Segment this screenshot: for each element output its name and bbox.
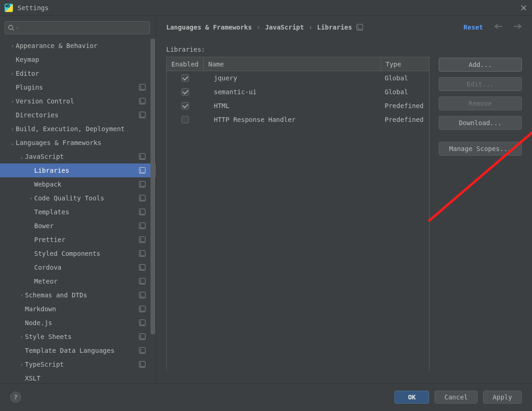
tree-item-label: JavaScript xyxy=(25,153,139,160)
svg-point-0 xyxy=(9,25,13,30)
table-row[interactable]: HTTP Response HandlerPredefined xyxy=(167,113,429,127)
project-scope-icon xyxy=(139,333,145,340)
col-name[interactable]: Name xyxy=(204,57,381,71)
tree-item[interactable]: Node.js xyxy=(0,316,156,330)
dialog-footer: ? OK Cancel Apply xyxy=(0,383,532,410)
add-button[interactable]: Add... xyxy=(439,58,522,72)
breadcrumb: Languages & Frameworks › JavaScript › Li… xyxy=(166,23,522,31)
edit-button[interactable]: Edit... xyxy=(439,77,522,91)
chevron-right-icon: › xyxy=(18,362,25,367)
enabled-checkbox[interactable] xyxy=(181,116,189,123)
tree-item-label: Styled Components xyxy=(34,250,139,257)
back-icon[interactable] xyxy=(494,23,502,31)
project-scope-icon xyxy=(139,292,145,298)
breadcrumb-segment: Libraries xyxy=(317,24,352,31)
libraries-table: Enabled Name Type jqueryGlobalsemantic-u… xyxy=(166,57,429,371)
tree-item-label: Directories xyxy=(16,111,139,119)
tree-item[interactable]: Template Data Languages xyxy=(0,344,156,357)
sidebar: - ›Appearance & BehaviorKeymap›EditorPlu… xyxy=(0,16,156,383)
tree-item[interactable]: Markdown xyxy=(0,302,156,316)
tree-item[interactable]: ›Version Control xyxy=(0,94,156,108)
project-scope-icon xyxy=(139,112,145,118)
tree-item-label: Node.js xyxy=(25,319,139,326)
tree-item[interactable]: Prettier xyxy=(0,233,156,247)
project-scope-icon xyxy=(139,236,145,243)
breadcrumb-segment[interactable]: Languages & Frameworks xyxy=(166,24,252,31)
tree-item[interactable]: Keymap xyxy=(0,53,156,66)
help-button[interactable]: ? xyxy=(10,392,21,403)
project-scope-icon xyxy=(139,223,145,229)
tree-item[interactable]: ⌄Languages & Frameworks xyxy=(0,136,156,150)
chevron-right-icon: › xyxy=(256,24,260,31)
tree-item-label: Prettier xyxy=(34,236,139,243)
cancel-button[interactable]: Cancel xyxy=(435,391,478,404)
enabled-checkbox[interactable] xyxy=(181,74,189,82)
reset-link[interactable]: Reset xyxy=(464,24,483,31)
search-input[interactable]: - xyxy=(5,21,150,34)
project-scope-icon xyxy=(139,195,145,201)
table-row[interactable]: semantic-uiGlobal xyxy=(167,85,429,99)
window-title: Settings xyxy=(18,4,48,12)
tree-item[interactable]: Webpack xyxy=(0,177,156,191)
project-scope-icon xyxy=(139,209,145,215)
project-scope-icon xyxy=(139,167,145,174)
tree-item[interactable]: Meteor xyxy=(0,274,156,288)
tree-item[interactable]: ›TypeScript xyxy=(0,357,156,371)
tree-item[interactable]: Plugins xyxy=(0,80,156,94)
manage-scopes-button[interactable]: Manage Scopes... xyxy=(439,142,522,156)
app-icon xyxy=(5,4,13,12)
tree-item[interactable]: ›Schemas and DTDs xyxy=(0,288,156,302)
tree-item-label: Version Control xyxy=(16,97,139,105)
breadcrumb-segment[interactable]: JavaScript xyxy=(265,24,304,31)
tree-item[interactable]: ›Appearance & Behavior xyxy=(0,39,156,53)
enabled-checkbox[interactable] xyxy=(181,88,189,96)
chevron-right-icon: › xyxy=(9,127,16,132)
tree-item[interactable]: Directories xyxy=(0,108,156,122)
project-scope-icon xyxy=(357,24,363,30)
scrollbar[interactable] xyxy=(151,39,155,383)
tree-item-label: TypeScript xyxy=(25,361,139,368)
col-enabled[interactable]: Enabled xyxy=(167,57,204,71)
close-icon[interactable] xyxy=(520,4,527,12)
tree-item-label: Schemas and DTDs xyxy=(25,291,139,299)
library-name: semantic-ui xyxy=(204,85,381,99)
tree-item[interactable]: Templates xyxy=(0,205,156,219)
tree-item[interactable]: ›Editor xyxy=(0,66,156,80)
tree-item-label: Appearance & Behavior xyxy=(16,42,145,49)
remove-button[interactable]: Remove xyxy=(439,97,522,110)
tree-item[interactable]: XSLT xyxy=(0,371,156,383)
tree-item-label: Template Data Languages xyxy=(25,347,139,354)
ok-button[interactable]: OK xyxy=(394,391,429,404)
tree-item[interactable]: ⌄JavaScript xyxy=(0,150,156,163)
col-type[interactable]: Type xyxy=(381,57,429,71)
tree-item[interactable]: Cordova xyxy=(0,260,156,274)
tree-item-label: XSLT xyxy=(25,375,145,382)
tree-item[interactable]: Libraries xyxy=(0,163,156,177)
chevron-right-icon: › xyxy=(9,71,16,76)
enabled-checkbox[interactable] xyxy=(181,102,189,109)
tree-item-label: Build, Execution, Deployment xyxy=(16,125,145,133)
tree-item-label: Bower xyxy=(34,222,139,230)
table-row[interactable]: HTMLPredefined xyxy=(167,99,429,113)
chevron-down-icon: ⌄ xyxy=(9,140,16,145)
download-button[interactable]: Download... xyxy=(439,116,522,130)
project-scope-icon xyxy=(139,320,145,326)
tree-item[interactable]: ›Build, Execution, Deployment xyxy=(0,122,156,136)
library-type: Predefined xyxy=(381,113,429,127)
tree-item-label: Markdown xyxy=(25,305,139,313)
tree-item[interactable]: ›Style Sheets xyxy=(0,330,156,344)
tree-item[interactable]: ›Code Quality Tools xyxy=(0,191,156,205)
tree-item[interactable]: Styled Components xyxy=(0,247,156,260)
project-scope-icon xyxy=(139,181,145,187)
settings-tree[interactable]: ›Appearance & BehaviorKeymap›EditorPlugi… xyxy=(0,39,156,383)
forward-icon[interactable] xyxy=(514,23,522,31)
tree-item-label: Code Quality Tools xyxy=(34,194,139,202)
table-header: Enabled Name Type xyxy=(167,57,429,71)
tree-item-label: Webpack xyxy=(34,181,139,188)
tree-item[interactable]: Bower xyxy=(0,219,156,233)
main-panel: Languages & Frameworks › JavaScript › Li… xyxy=(156,16,532,383)
chevron-right-icon: › xyxy=(18,293,25,298)
apply-button[interactable]: Apply xyxy=(483,391,522,404)
project-scope-icon xyxy=(139,84,145,91)
table-row[interactable]: jqueryGlobal xyxy=(167,71,429,85)
